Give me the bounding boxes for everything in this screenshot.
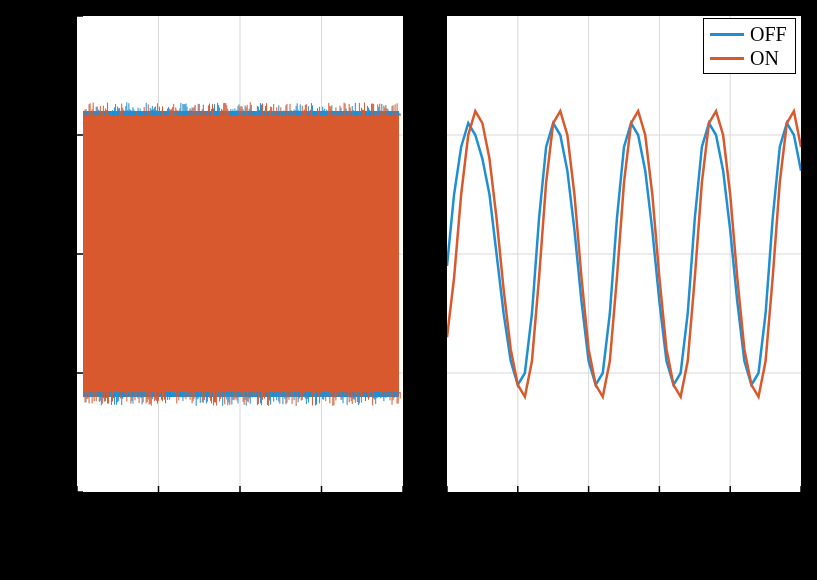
rxtick-1: 0.01 <box>499 500 534 522</box>
figure: 20 10 0 -10 -20 0 1 2 3 4 Time [s] Exten… <box>0 0 817 580</box>
legend: OFF ON <box>703 18 796 74</box>
left-ylabel: Extension [mm] <box>3 176 29 331</box>
rxtick-3: 0.03 <box>640 500 675 522</box>
right-panel <box>445 14 803 494</box>
ytick--10: -10 <box>41 360 68 382</box>
left-plot-svg <box>77 16 403 492</box>
ytick-20: 20 <box>48 3 68 25</box>
legend-swatch-on <box>710 57 744 60</box>
legend-label-off: OFF <box>750 22 787 46</box>
right-xlabel: Time [s] <box>583 527 664 553</box>
xtick-0: 0 <box>70 500 80 522</box>
xtick-4: 4 <box>400 500 410 522</box>
left-panel <box>75 14 405 494</box>
rxtick-0: 0 <box>440 500 450 522</box>
ytick--20: -20 <box>41 479 68 501</box>
legend-swatch-off <box>710 33 744 36</box>
legend-row-off: OFF <box>710 22 787 46</box>
right-plot-svg <box>447 16 801 492</box>
xtick-2: 2 <box>235 500 245 522</box>
left-xlabel: Time [s] <box>199 527 280 553</box>
rxtick-5: 0.05 <box>782 500 817 522</box>
right-x-ticklabels: 0 0.01 0.02 0.03 0.04 0.05 <box>440 500 817 522</box>
left-y-ticklabels: 20 10 0 -10 -20 <box>41 3 68 501</box>
left-x-ticklabels: 0 1 2 3 4 <box>70 500 410 522</box>
legend-label-on: ON <box>750 46 779 70</box>
xtick-1: 1 <box>152 500 162 522</box>
rxtick-4: 0.04 <box>711 500 746 522</box>
xtick-3: 3 <box>317 500 327 522</box>
rxtick-2: 0.02 <box>570 500 605 522</box>
svg-rect-7 <box>83 116 399 392</box>
left-series-on <box>83 116 399 392</box>
legend-row-on: ON <box>710 46 787 70</box>
ytick-10: 10 <box>48 122 68 144</box>
ytick-0: 0 <box>58 241 68 263</box>
right-ticks <box>447 486 801 492</box>
